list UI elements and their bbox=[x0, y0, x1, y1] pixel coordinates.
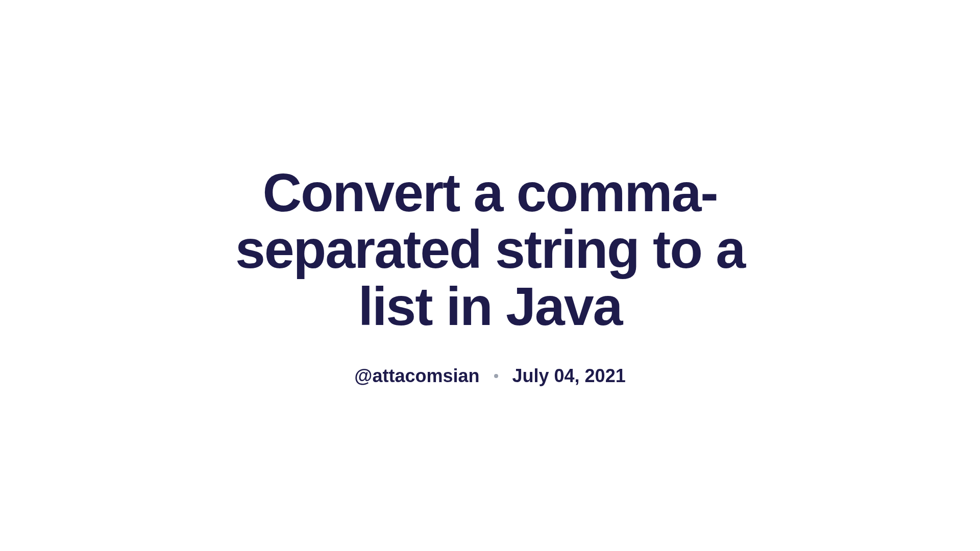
article-title: Convert a comma-separated string to a li… bbox=[209, 164, 771, 335]
article-meta: @attacomsian July 04, 2021 bbox=[209, 365, 771, 387]
author-handle: @attacomsian bbox=[354, 365, 479, 387]
article-date: July 04, 2021 bbox=[512, 365, 626, 387]
separator-dot bbox=[494, 374, 498, 378]
article-header: Convert a comma-separated string to a li… bbox=[209, 164, 771, 387]
